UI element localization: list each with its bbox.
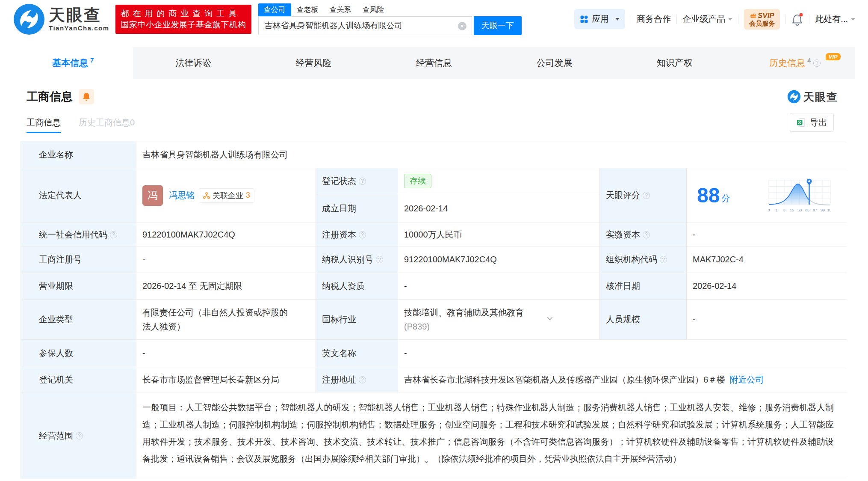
- label-establishment-date: 成立日期: [316, 194, 398, 223]
- tab-operational-risk[interactable]: 经营风险: [254, 47, 374, 79]
- value-organization-code: MAK7J02C-4: [687, 246, 847, 273]
- help-icon[interactable]: ?: [660, 256, 667, 263]
- export-button[interactable]: 导出: [790, 113, 834, 132]
- watermark-text: 天眼查: [803, 90, 838, 104]
- clear-search-icon[interactable]: ✕: [458, 22, 466, 30]
- label-registration-status: 登记状态 ?: [316, 168, 398, 194]
- label-company-type: 企业类型: [21, 300, 136, 340]
- value-company-name: 吉林省具身智能机器人训练场有限公司: [136, 141, 847, 168]
- business-cooperation-link[interactable]: 商务合作: [637, 13, 671, 25]
- value-registration-authority: 长春市市场监督管理局长春新区分局: [136, 367, 316, 392]
- svg-text:0: 0: [768, 208, 770, 212]
- value-business-term: 2026-02-14 至 无固定期限: [136, 273, 316, 300]
- value-taxpayer-quality: -: [398, 273, 600, 300]
- search-input-wrap: ✕: [258, 16, 472, 35]
- related-companies-icon: [203, 192, 210, 199]
- member-service-label: 会员服务: [749, 20, 775, 27]
- tab-intellectual-property[interactable]: 知识产权: [614, 47, 735, 79]
- user-menu[interactable]: 此处有...: [815, 13, 855, 25]
- help-icon[interactable]: ?: [376, 256, 383, 263]
- subtab-history-registration[interactable]: 历史工商信息0: [79, 117, 135, 128]
- notification-bell[interactable]: [791, 13, 803, 26]
- bell-icon: [83, 92, 90, 101]
- label-registered-address: 注册地址 ?: [316, 367, 398, 392]
- value-business-scope: 一般项目：人工智能公共数据平台；智能机器人的研发；智能机器人销售；工业机器人销售…: [136, 392, 847, 479]
- label-text: 组织机构代码: [606, 254, 657, 265]
- value-legal-representative: 冯 冯思铭 关联企业 3: [136, 168, 316, 223]
- label-text: 天眼评分: [606, 190, 640, 201]
- search-area: 查公司 查老板 查关系 查风险 ✕ 天眼一下: [258, 3, 522, 35]
- bell-icon: [791, 13, 803, 26]
- label-legal-representative: 法定代表人: [21, 168, 136, 223]
- search-tab-risk[interactable]: 查风险: [357, 3, 390, 16]
- label-text: 实缴资本: [606, 229, 640, 240]
- search-tab-relation[interactable]: 查关系: [324, 3, 357, 16]
- chevron-down-icon: [728, 18, 732, 21]
- search-tab-boss[interactable]: 查老板: [291, 3, 324, 16]
- help-icon[interactable]: ?: [76, 432, 83, 439]
- related-companies-badge[interactable]: 关联企业 3: [199, 188, 254, 203]
- address-text: 吉林省长春市北湖科技开发区智能机器人及传感器产业园（原生物环保产业园）6＃楼: [404, 374, 725, 386]
- svip-label: SVIP: [758, 12, 774, 20]
- label-text: 经营范围: [39, 430, 73, 442]
- help-icon[interactable]: ?: [359, 231, 366, 238]
- legal-rep-avatar[interactable]: 冯: [142, 185, 163, 206]
- help-icon[interactable]: ?: [643, 231, 650, 238]
- label-english-name: 英文名称: [316, 340, 398, 367]
- legal-rep-name-link[interactable]: 冯思铭: [169, 190, 195, 201]
- tab-basic-info[interactable]: 基本信息 7: [13, 47, 133, 79]
- tab-business-info[interactable]: 经营信息: [374, 47, 494, 79]
- help-icon[interactable]: ?: [359, 178, 366, 185]
- divider: [631, 15, 631, 24]
- svg-text:97: 97: [813, 208, 817, 212]
- export-label: 导出: [810, 117, 827, 128]
- label-registered-capital: 注册资本 ?: [316, 223, 398, 246]
- svip-member-badge[interactable]: SVIP 会员服务: [744, 9, 780, 30]
- tab-history-info[interactable]: VIP 历史信息 4 ?: [735, 47, 855, 79]
- tab-count: 7: [90, 56, 94, 64]
- search-input[interactable]: [259, 17, 472, 35]
- label-text: 统一社会信用代码: [39, 229, 107, 240]
- help-icon[interactable]: ?: [359, 376, 366, 383]
- value-approval-date: 2026-02-14: [687, 273, 847, 300]
- svg-text:3: 3: [783, 208, 785, 212]
- section-title: 工商信息: [27, 89, 73, 104]
- value-credit-code: 91220100MAK7J02C4Q: [136, 223, 316, 246]
- company-type-text: 有限责任公司（非自然人投资或控股的法人独资）: [142, 306, 295, 334]
- business-scope-text: 一般项目：人工智能公共数据平台；智能机器人的研发；智能机器人销售；工业机器人销售…: [142, 399, 834, 467]
- score-number: 88: [697, 185, 720, 206]
- svg-text:85: 85: [805, 208, 809, 212]
- value-industry: 技能培训、教育辅助及其他教育(P839): [398, 300, 600, 340]
- help-icon[interactable]: ?: [643, 192, 650, 199]
- label-registration-authority: 登记机关: [21, 367, 136, 392]
- divider: [785, 15, 786, 24]
- label-text: 注册地址: [322, 374, 356, 386]
- help-icon[interactable]: ?: [110, 231, 117, 238]
- subtab-business-registration[interactable]: 工商信息: [27, 117, 61, 128]
- value-company-type: 有限责任公司（非自然人投资或控股的法人独资）: [136, 300, 316, 340]
- divider: [738, 15, 738, 24]
- enterprise-product-link[interactable]: 企业级产品: [682, 13, 732, 25]
- label-paid-capital: 实缴资本 ?: [600, 223, 687, 246]
- search-tab-company[interactable]: 查公司: [258, 3, 291, 16]
- apps-menu[interactable]: 应用: [574, 9, 625, 29]
- notification-dot: [800, 13, 803, 16]
- tab-company-development[interactable]: 公司发展: [494, 47, 614, 79]
- user-name: 此处有...: [815, 13, 848, 25]
- tab-legal-proceedings[interactable]: 法律诉讼: [133, 47, 253, 79]
- label-credit-code: 统一社会信用代码 ?: [21, 223, 136, 246]
- subscribe-bell-button[interactable]: [79, 89, 94, 104]
- value-tianyan-score: 88 分: [687, 168, 847, 223]
- value-paid-capital: -: [687, 223, 847, 246]
- subtabs-row: 工商信息 历史工商信息0 导出: [27, 113, 855, 132]
- label-taxpayer-quality: 纳税人资质: [316, 273, 398, 300]
- chevron-down-icon[interactable]: [547, 317, 553, 321]
- related-companies-count: 3: [246, 191, 250, 200]
- business-info-table: 企业名称 吉林省具身智能机器人训练场有限公司 法定代表人 冯 冯思铭 关联企业 …: [21, 141, 847, 479]
- tab-count: 4: [807, 56, 811, 64]
- tianyancha-logo[interactable]: 天眼查 TianYanCha.com: [13, 3, 109, 36]
- nearby-companies-link[interactable]: 附近公司: [729, 374, 764, 386]
- help-icon[interactable]: ?: [813, 59, 821, 67]
- divider: [676, 15, 677, 24]
- search-button[interactable]: 天眼一下: [474, 16, 522, 35]
